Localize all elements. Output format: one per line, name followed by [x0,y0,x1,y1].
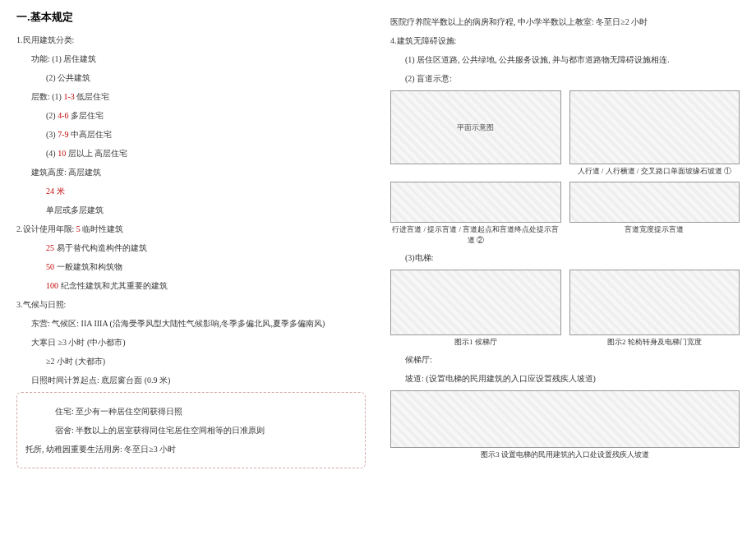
blind-path-figure-row-2: 行进盲道 / 提示盲道 / 盲道起点和盲道终点处提示盲道 ② 盲道宽度提示盲道 [390,182,740,246]
s4-a: (1) 居住区道路, 公共绿地, 公共服务设施, 并与都市道路物无障碍设施相连. [390,53,740,67]
s2-3-tail: 纪念性建筑和尤其重要的建筑 [58,281,168,290]
s4-wait: 候梯厅: [390,353,740,367]
floor-2-prefix: (2) [46,111,58,120]
floor-4-red: 10 [58,149,66,158]
blind-path-figure-cross [569,182,740,223]
floor-3-tail: 中高层住宅 [69,130,113,139]
floor-row-1: 层数: (1) 1-3 低层住宅 [16,90,366,104]
floor-1-prefix: (1) [52,92,63,101]
func-item-2: (2) 公共建筑 [16,71,366,85]
section-4-title: 4.建筑无障碍设施: [390,34,740,48]
blind-cap-b: 人行道 / 人行横道 / 交叉路口单面坡缘石坡道 ① [569,166,740,177]
right-top: 医院疗养院半数以上的病房和疗程, 中小学半数以上教室: 冬至日≥2 小时 [390,15,740,29]
heading-1: 一.基本规定 [16,10,366,25]
height-value: 24 米 [16,184,366,198]
s2-3-red: 100 [46,281,58,290]
ramp-cap: 图示3 设置电梯的民用建筑的入口处设置残疾人坡道 [390,450,740,460]
right-column: 医院疗养院半数以上的病房和疗程, 中小学半数以上教室: 冬至日≥2 小时 4.建… [390,10,740,468]
s3-c: ≥2 小时 (大都市) [16,354,366,368]
section-2-title: 2.设计使用年限: 5 临时性建筑 [16,222,366,236]
s2-2-tail: 一般建筑和构筑物 [54,262,122,271]
blind-path-figure-linear [390,182,561,223]
blind-cap-a: 行进盲道 / 提示盲道 / 盲道起点和盲道终点处提示盲道 ② [390,224,561,246]
floor-4-tail: 层以上 高层住宅 [66,149,127,158]
floor-4-prefix: (4) [46,149,58,158]
s2-first-tail: 临时性建筑 [81,224,124,233]
box-line-1: 住宅: 至少有一种居住空间获得日照 [25,404,357,418]
floor-3-prefix: (3) [46,130,58,139]
floor-1-tail: 低层住宅 [75,92,110,101]
box-line-2: 宿舍: 半数以上的居室获得同住宅居住空间相等的日准原则 [25,423,357,437]
elev-cap-b: 图示2 轮椅转身及电梯门宽度 [569,337,740,348]
section-1-title: 1.民用建筑分类: [16,33,366,47]
func-label: 功能: (1) 居住建筑 [16,52,366,66]
blind-path-figure-plan: 平面示意图 [390,90,561,164]
s3-d: 日照时间计算起点: 底层窗台面 (0.9 米) [16,373,366,387]
elevator-figure-row: 图示1 候梯厅 图示2 轮椅转身及电梯门宽度 [390,270,740,348]
height-tail: 单层或多层建筑 [16,203,366,217]
ramp-figure [390,390,740,448]
floor-1-red: 1-3 [63,92,74,101]
s2-1-tail: 易于替代构造构件的建筑 [54,243,147,252]
blind-path-figure-curb [569,90,740,164]
elev-cap-a: 图示1 候梯厅 [390,337,561,348]
s4-ramp: 坡道: (设置电梯的民用建筑的入口应设置残疾人坡道) [390,371,740,385]
section-3-title: 3.气候与日照: [16,297,366,311]
blind-cap-c: 盲道宽度提示盲道 [569,224,740,235]
s4-c: (3)电梯: [390,251,740,265]
floor-row-3: (3) 7-9 中高层住宅 [16,127,366,141]
s2-1-red: 25 [46,243,54,252]
height-label: 建筑高度: 高层建筑 [16,165,366,179]
blind-path-figure-row-1: 平面示意图 人行道 / 人行横道 / 交叉路口单面坡缘石坡道 ① [390,90,740,177]
floor-2-red: 4-6 [58,111,68,120]
s3-b: 大寒日 ≥3 小时 (中小都市) [16,335,366,349]
s2-2-red: 50 [46,262,54,271]
func-label-text: 功能: [31,54,50,63]
floor-label: 层数: [31,92,50,101]
floor-3-red: 7-9 [58,130,68,139]
ramp-figure-block: 图示3 设置电梯的民用建筑的入口处设置残疾人坡道 [390,390,740,460]
s2-title-text: 2.设计使用年限: [16,224,76,233]
s2-item-3: 100 纪念性建筑和尤其重要的建筑 [16,279,366,293]
floor-2-tail: 多层住宅 [69,111,104,120]
elevator-figure-door [569,270,740,335]
s2-item-1: 25 易于替代构造构件的建筑 [16,241,366,255]
floor-row-2: (2) 4-6 多层住宅 [16,108,366,122]
highlight-box: 住宅: 至少有一种居住空间获得日照 宿舍: 半数以上的居室获得同住宅居住空间相等… [16,392,366,468]
box-line-3: 托所, 幼稚园重要生活用房: 冬至日≥3 小时 [25,442,357,456]
elevator-figure-lobby [390,270,561,335]
s4-b: (2) 盲道示意: [390,71,740,85]
floor-row-4: (4) 10 层以上 高层住宅 [16,146,366,160]
s3-a: 东营: 气候区: IIA IIIA (沿海受季风型大陆性气候影响,冬季多偏北风,… [16,316,366,330]
s2-item-2: 50 一般建筑和构筑物 [16,260,366,274]
func-item-1: (1) 居住建筑 [52,54,96,63]
left-column: 一.基本规定 1.民用建筑分类: 功能: (1) 居住建筑 (2) 公共建筑 层… [16,10,366,468]
